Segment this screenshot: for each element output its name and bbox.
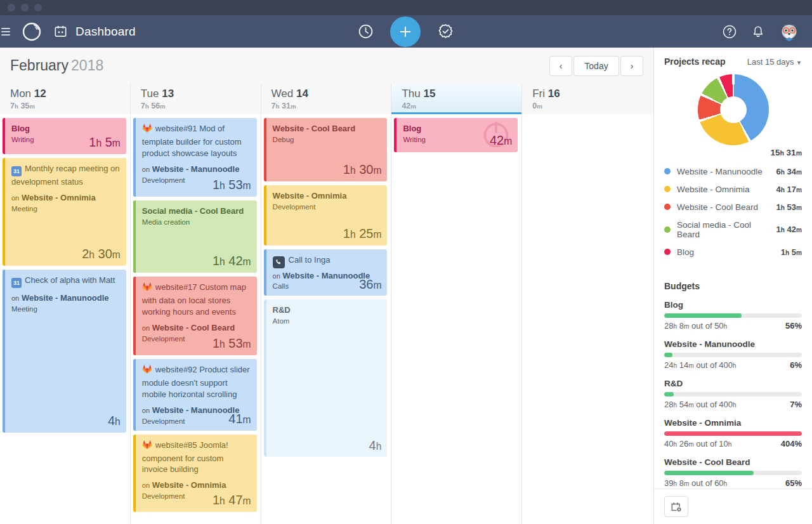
day-column-tue: Tue 13 7h 56m website#91 Mod of template… bbox=[131, 84, 261, 524]
time-entry-card[interactable]: Blog Writing 1h 5m bbox=[3, 118, 126, 154]
period-dropdown[interactable]: Last 15 days ▼ bbox=[747, 57, 802, 67]
time-entry-card[interactable]: R&D Atom 4h bbox=[264, 299, 388, 457]
budget-progressbar bbox=[664, 353, 802, 357]
budget-progressbar bbox=[664, 431, 802, 436]
legend-item[interactable]: Website - Cool Beard 1h 53m bbox=[664, 198, 802, 216]
budget-progressbar bbox=[664, 471, 802, 475]
day-column-mon: Mon 12 7h 35m Blog Writing 1h 5m 31Month… bbox=[0, 84, 131, 524]
prev-week-button[interactable]: ‹ bbox=[549, 56, 572, 76]
legend-dot bbox=[664, 226, 671, 233]
calendar-icon bbox=[53, 24, 68, 39]
next-week-button[interactable]: › bbox=[620, 56, 643, 76]
day-header: Mon 12 7h 35m bbox=[0, 84, 130, 114]
gitlab-icon bbox=[142, 365, 152, 377]
day-header: Fri 16 0m bbox=[522, 84, 653, 114]
gitlab-icon bbox=[142, 440, 152, 453]
zoom-window-button[interactable] bbox=[34, 4, 42, 11]
day-header: Wed 14 7h 31m bbox=[261, 84, 391, 114]
everhour-logo-icon[interactable] bbox=[20, 20, 43, 43]
close-window-button[interactable] bbox=[8, 4, 15, 11]
tasks-check-button[interactable] bbox=[437, 23, 454, 40]
time-entry-card[interactable]: Blog Writing 42m bbox=[394, 118, 518, 152]
time-entry-card[interactable]: 31Monthly recap meeting on development s… bbox=[3, 158, 126, 266]
budgets-title: Budgets bbox=[664, 281, 802, 291]
projects-recap-title: Projects recap bbox=[664, 56, 726, 67]
macos-titlebar bbox=[0, 0, 812, 15]
app-window: Dashboard bbox=[0, 0, 812, 524]
day-column-thu: Thu 15 42m Blog Writing bbox=[391, 84, 522, 524]
budget-item: Website - Cool Beard 39h 8m out of 60h65… bbox=[664, 457, 802, 488]
page-title: Dashboard bbox=[75, 25, 136, 39]
legend-dot bbox=[664, 204, 671, 210]
time-entry-card[interactable]: website#85 Joomla! component for custom … bbox=[133, 435, 257, 512]
day-column-fri: Fri 16 0m bbox=[522, 84, 653, 524]
legend-dot bbox=[664, 249, 671, 255]
time-entry-card[interactable]: Call to Inga on Website - Manunoodle Cal… bbox=[264, 249, 388, 296]
legend-item[interactable]: Blog 1h 5m bbox=[664, 243, 802, 261]
budget-item: Website - Omnimia 40h 26m out of 10h404% bbox=[664, 418, 802, 449]
time-history-button[interactable] bbox=[358, 23, 374, 39]
dashboard-settings-button[interactable] bbox=[664, 496, 688, 517]
today-button[interactable]: Today bbox=[573, 56, 619, 76]
legend-item[interactable]: Social media - Cool Beard 1h 42m bbox=[664, 216, 802, 243]
help-button[interactable] bbox=[722, 24, 737, 39]
timesheet-calendar: February2018 ‹ Today › Mon 12 7h 35m bbox=[0, 48, 653, 524]
time-entry-card[interactable]: website#17 Custom map with data on local… bbox=[133, 277, 257, 355]
budget-item: R&D 28h 54m out of 400h7% bbox=[664, 379, 802, 409]
day-header-today: Thu 15 42m bbox=[391, 84, 521, 114]
day-column-wed: Wed 14 7h 31m Website - Cool Beard Debug… bbox=[261, 84, 392, 524]
budgets-section: Budgets Blog 28h 8m out of 50h56% Websit… bbox=[654, 281, 812, 488]
user-avatar[interactable] bbox=[779, 22, 799, 42]
add-time-button[interactable] bbox=[390, 16, 421, 47]
menu-icon[interactable] bbox=[1, 28, 10, 36]
time-entry-card[interactable]: 31Check of alpha with Matt on Website - … bbox=[3, 270, 126, 433]
budget-item: Website - Manunoodle 24h 14m out of 400h… bbox=[664, 339, 802, 370]
legend-dot bbox=[664, 186, 671, 192]
calendar-gear-icon bbox=[669, 501, 683, 513]
budget-progressbar bbox=[664, 392, 802, 396]
budget-progressbar bbox=[664, 313, 802, 318]
chevron-down-icon: ▼ bbox=[796, 60, 802, 66]
calendar-event-icon: 31 bbox=[11, 166, 22, 176]
gitlab-icon bbox=[142, 282, 152, 295]
minimize-window-button[interactable] bbox=[21, 4, 29, 11]
sidebar-footer bbox=[654, 488, 812, 524]
legend-item[interactable]: Website - Omnimia 4h 17m bbox=[664, 180, 802, 198]
notifications-bell-button[interactable] bbox=[751, 25, 765, 39]
gitlab-icon bbox=[142, 124, 152, 136]
time-entry-card[interactable]: Website - Cool Beard Debug 1h 30m bbox=[264, 118, 388, 181]
legend-item[interactable]: Website - Manunoodle 6h 34m bbox=[664, 162, 802, 180]
legend-dot bbox=[664, 168, 671, 174]
recap-total-time: 15h 31m bbox=[664, 148, 802, 157]
time-entry-card[interactable]: website#92 Product slider module doesn't… bbox=[133, 359, 257, 431]
calendar-event-icon: 31 bbox=[11, 278, 22, 288]
budget-item: Blog 28h 8m out of 50h56% bbox=[664, 300, 802, 331]
right-sidebar: Projects recap Last 15 days ▼ 15h 31m We… bbox=[653, 48, 812, 524]
month-title: February2018 bbox=[10, 57, 103, 74]
phone-call-icon bbox=[273, 256, 285, 268]
day-header: Tue 13 7h 56m bbox=[131, 84, 261, 114]
projects-recap-section: Projects recap Last 15 days ▼ 15h 31m We… bbox=[654, 48, 812, 261]
time-entry-card[interactable]: Social media - Cool Beard Media creation… bbox=[133, 200, 257, 273]
projects-donut-chart[interactable] bbox=[698, 74, 769, 145]
time-entry-card[interactable]: website#91 Mod of template builder for c… bbox=[133, 118, 257, 197]
time-entry-card[interactable]: Website - Omnimia Development 1h 25m bbox=[264, 185, 388, 246]
top-navbar: Dashboard bbox=[0, 15, 812, 48]
date-navigation: ‹ Today › bbox=[549, 56, 643, 76]
